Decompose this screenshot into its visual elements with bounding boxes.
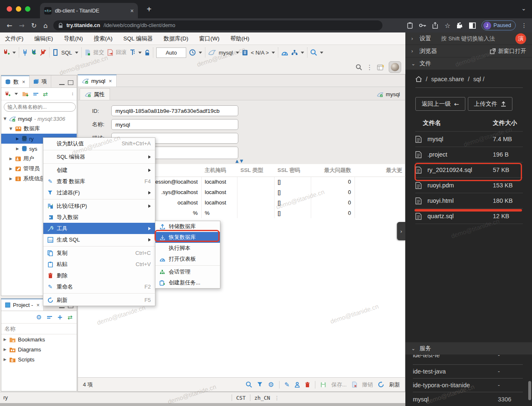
quick-search-icon[interactable] xyxy=(356,64,362,70)
file-row-project[interactable]: .project 196 B xyxy=(415,147,523,162)
tab-project[interactable]: Project - × xyxy=(1,299,44,311)
sort-arrows-icon[interactable]: ▲▼ xyxy=(235,159,244,163)
object-path[interactable]: mysql xyxy=(377,91,405,100)
minimize-window-button[interactable] xyxy=(16,6,21,12)
go-up-button[interactable]: 返回上一级 ← xyxy=(415,97,465,111)
menu-edit[interactable]: 编辑(E) xyxy=(34,35,53,42)
tree-node-scripts[interactable]: ▶ Scripts xyxy=(1,354,77,364)
collapse-icon[interactable]: ▶ xyxy=(9,167,13,171)
grid-filter-icon[interactable] xyxy=(257,382,263,387)
file-row-quartz-sql[interactable]: quartz.sql 12 KB xyxy=(415,209,523,224)
properties-tab[interactable]: 属性 xyxy=(80,88,110,100)
minimize-panel-icon[interactable] xyxy=(59,83,65,85)
menu-item-delete[interactable]: 删除 xyxy=(43,270,155,281)
table-filter-input[interactable] xyxy=(4,102,76,112)
share-icon[interactable] xyxy=(432,22,439,29)
menu-search[interactable]: 搜索(A) xyxy=(94,35,112,42)
add-row-icon[interactable] xyxy=(295,382,300,388)
sidebar-settings-row[interactable]: › 设置 按 Shift 键切换输入法 演 xyxy=(405,32,532,45)
maximize-panel-icon[interactable] xyxy=(68,80,73,85)
grid-settings-icon[interactable]: ⚙ xyxy=(268,381,274,389)
dashboard-icon[interactable] xyxy=(281,50,288,56)
service-row-mysql[interactable]: mysql 3306 xyxy=(413,392,523,406)
menu-item-view-database[interactable]: ✎ 查看 数据库 F4 xyxy=(43,176,155,187)
forward-icon[interactable]: → xyxy=(19,22,24,30)
col-max-questions[interactable]: 最大问题数 xyxy=(311,164,355,177)
home-icon[interactable]: ⌂ xyxy=(43,22,47,30)
file-row-ry-sql[interactable]: ry_20210924.sql 57 KB xyxy=(415,162,523,178)
minimize-panel-icon[interactable] xyxy=(59,306,65,308)
collapse-icon[interactable]: ▶ xyxy=(3,357,7,361)
menu-item-compare[interactable]: 比较/迁移(P) xyxy=(43,200,155,212)
task-scheduler-icon[interactable] xyxy=(291,50,298,56)
status-timezone[interactable]: CST xyxy=(236,395,246,401)
revert-label[interactable]: 撤销 xyxy=(362,381,373,389)
toolbar-overflow-icon[interactable]: ⋮ xyxy=(366,63,373,71)
submenu-item-restore-database[interactable]: 恢复数据库 xyxy=(155,232,220,243)
browser-menu-icon[interactable]: ⋮ xyxy=(521,22,527,29)
window-controls[interactable] xyxy=(7,6,30,12)
collapse-icon[interactable]: ▶ xyxy=(9,157,13,161)
menu-item-filter[interactable]: 过滤器(F) xyxy=(43,187,155,198)
reload-icon[interactable]: ↻ xyxy=(31,22,37,30)
perspective-icon[interactable] xyxy=(377,64,385,71)
browser-tab[interactable]: <t> db-client - TitanIDE × xyxy=(40,3,138,18)
home-icon[interactable] xyxy=(415,76,422,82)
id-field[interactable] xyxy=(111,105,238,116)
close-tab-icon[interactable]: × xyxy=(130,7,134,14)
tree-node-bookmarks[interactable]: ▶ Bookmarks xyxy=(1,334,77,344)
collapse-icon[interactable]: ▶ xyxy=(3,337,7,341)
database-list-icon[interactable] xyxy=(242,50,248,56)
delete-row-icon[interactable] xyxy=(305,382,310,388)
demo-badge[interactable]: 演 xyxy=(515,33,526,44)
clipboard-icon[interactable] xyxy=(407,22,414,29)
tab-projects[interactable]: 项 xyxy=(30,75,51,87)
tree-node-databases-folder[interactable]: ▼ 数据库 xyxy=(1,124,77,134)
col-ssl-pwd[interactable]: SSL 密码 xyxy=(274,164,311,177)
menu-item-refresh[interactable]: 刷新 F5 xyxy=(43,294,155,306)
breadcrumb-space-share[interactable]: space.share xyxy=(431,76,464,82)
status-more-icon[interactable]: ⋮ xyxy=(274,395,280,401)
disconnect-icon[interactable] xyxy=(40,49,46,56)
search-icon[interactable] xyxy=(310,49,317,56)
menu-item-tools[interactable]: 工具 xyxy=(43,223,155,234)
menu-item-paste[interactable]: 粘贴 Ctrl+V xyxy=(43,259,155,270)
history-icon[interactable] xyxy=(189,49,196,56)
menu-sql-editor[interactable]: SQL 编辑器 xyxy=(123,35,153,42)
sidebar-collapse-handle[interactable]: › xyxy=(397,222,405,240)
reconnect-icon[interactable] xyxy=(31,49,37,56)
menu-item-sql-editor[interactable]: SQL 编辑器 xyxy=(43,151,155,162)
task-caret[interactable] xyxy=(301,52,304,54)
refresh-label[interactable]: 刷新 xyxy=(389,381,400,389)
breadcrumb-sql[interactable]: sql / xyxy=(473,76,485,82)
open-new-window-button[interactable]: 新窗口打开 xyxy=(490,47,527,55)
schema-selector[interactable]: < N/A > xyxy=(251,50,269,56)
submenu-item-dump-database[interactable]: 转储数据库 xyxy=(155,221,220,232)
collapse-all-icon[interactable] xyxy=(33,92,39,96)
sidebar-scrollbar[interactable] xyxy=(528,381,531,400)
rollback-label[interactable]: 回滚 xyxy=(116,49,127,56)
submenu-item-create-task[interactable]: 创建新任务... xyxy=(155,277,220,288)
commit-label[interactable]: 提交 xyxy=(93,49,104,56)
new-tab-button[interactable]: + xyxy=(147,5,152,13)
service-row-ide-test-fe[interactable]: ide-test-fe - xyxy=(413,355,523,365)
menu-navigate[interactable]: 导航(N) xyxy=(64,35,83,42)
sql-dropdown-caret[interactable] xyxy=(75,52,78,54)
close-icon[interactable]: × xyxy=(109,78,112,84)
edit-row-icon[interactable]: ✎ xyxy=(285,381,290,389)
menu-help[interactable]: 帮助(H) xyxy=(230,35,250,42)
menu-item-copy[interactable]: 复制 Ctrl+C xyxy=(43,247,155,259)
col-ssl-type[interactable]: SSL 类型 xyxy=(237,164,274,177)
connection-selector[interactable]: mysql xyxy=(219,50,233,56)
key-icon[interactable] xyxy=(419,22,426,29)
transaction-caret[interactable] xyxy=(138,52,142,54)
sql-script-icon[interactable] xyxy=(52,49,58,56)
schema-caret[interactable] xyxy=(272,52,275,54)
editor-tab-mysql[interactable]: mysql × xyxy=(78,75,117,87)
menu-item-generate-sql[interactable]: SQL 生成 SQL xyxy=(43,234,155,245)
collapse-icon[interactable]: ▶ xyxy=(3,347,7,351)
close-window-button[interactable] xyxy=(7,6,12,12)
service-row-ide-typora[interactable]: ide-typora-on-titanide - xyxy=(413,379,523,392)
tab-databases[interactable]: 数 × xyxy=(1,75,30,87)
sidebar-files-row[interactable]: ⌄ 文件 xyxy=(405,57,532,70)
